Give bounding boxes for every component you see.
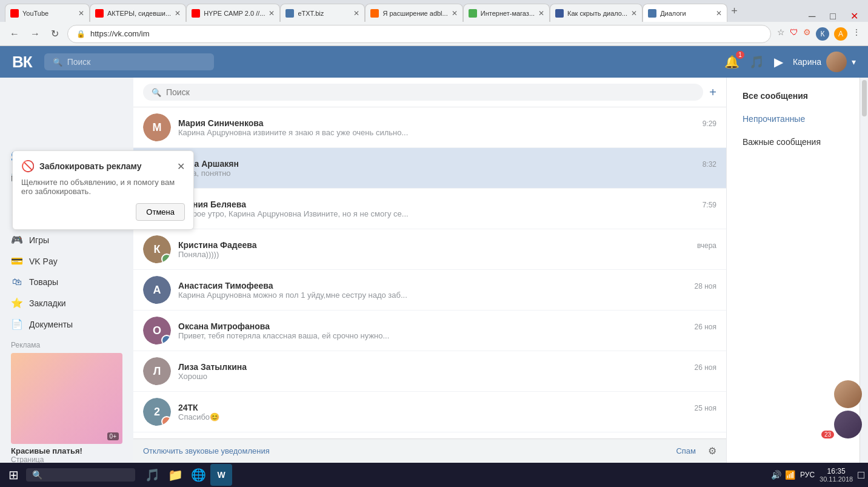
messages-search-input[interactable] [166, 87, 695, 97]
msg-content-2: Ксения Беляева 7:59 Доброе утро, Карина … [178, 200, 716, 218]
vk-logo[interactable]: ВК [12, 53, 32, 72]
filter-all-messages[interactable]: Все сообщения [732, 85, 855, 107]
new-tab-button[interactable]: + [727, 5, 741, 18]
close-button[interactable]: ✕ [846, 10, 863, 22]
minimize-button[interactable]: ─ [804, 11, 820, 22]
msg-item-8[interactable]: М Мирослава Мантурова 23 ноя [133, 432, 726, 438]
taskbar-date-display: 30.11.2018 [820, 475, 853, 483]
tab-close-3[interactable]: ✕ [269, 9, 275, 18]
filter-unread[interactable]: Непрочитанные [732, 108, 855, 130]
extension-icon-3[interactable]: A [834, 27, 847, 41]
taskbar-app-word[interactable]: W [210, 464, 232, 486]
tab-5[interactable]: Я расширение adbl... ✕ [365, 4, 462, 22]
msg-content-4: Анастасия Тимофеева 28 ноя Карина Арцрун… [178, 281, 716, 300]
user-profile-icon[interactable]: К [816, 27, 829, 41]
taskbar-app-music[interactable]: 🎵 [141, 464, 163, 486]
ad-block-cancel-button[interactable]: Отмена [136, 203, 185, 221]
sidebar-item-vkpay[interactable]: 💳 VK Pay [0, 250, 133, 272]
vk-search-input[interactable] [67, 57, 189, 67]
bookmark-icon[interactable]: ☆ [777, 27, 785, 41]
new-message-button[interactable]: + [709, 86, 716, 99]
extension-icon-2[interactable]: ⚙ [803, 27, 811, 41]
msg-item-7[interactable]: 2 24ТК 25 ноя Спасибо😊 [133, 392, 726, 432]
forward-button[interactable]: → [28, 26, 42, 42]
tab-7[interactable]: Как скрыть диало... ✕ [550, 4, 643, 22]
tab-favicon-7 [555, 9, 564, 18]
spam-link[interactable]: Спам [676, 446, 696, 455]
floating-badge: 23 [821, 431, 834, 438]
sub-avatar-5 [161, 335, 171, 344]
msg-preview-6: Хорошо [178, 372, 716, 381]
games-icon: 🎮 [11, 234, 23, 246]
settings-gear-icon[interactable]: ⚙ [708, 445, 716, 457]
taskbar-app-folder[interactable]: 📁 [164, 464, 186, 486]
tab-4[interactable]: eTXT.biz ✕ [280, 4, 365, 22]
sidebar-label-docs: Документы [29, 320, 73, 329]
taskbar-right: 🔊 📶 РУС 16:35 30.11.2018 □ [771, 467, 864, 483]
start-button[interactable]: ⊞ [4, 465, 24, 485]
floating-avatar-2[interactable] [834, 411, 862, 438]
msg-item-6[interactable]: Л Лиза Затылкина 26 ноя Хорошо [133, 351, 726, 392]
video-button[interactable]: ▶ [774, 55, 783, 69]
message-list: М Мария Синиченкова 9:29 Карина Арцрунов… [133, 107, 726, 438]
back-button[interactable]: ← [7, 26, 22, 42]
tab-close-7[interactable]: ✕ [631, 9, 637, 18]
taskbar-app-chrome[interactable]: 🌐 [187, 464, 209, 486]
tab-dialogi[interactable]: Диалоги ✕ [643, 4, 727, 22]
sidebar-item-docs[interactable]: 📄 Документы [0, 314, 133, 335]
msg-preview-3: Поняла))))) [178, 250, 716, 259]
tab-favicon-youtube [10, 9, 19, 18]
sidebar-label-vkpay: VK Pay [29, 257, 58, 266]
msg-item-4[interactable]: А Анастасия Тимофеева 28 ноя Карина Арцр… [133, 270, 726, 311]
tab-3[interactable]: HYPE CAMP 2.0 //... ✕ [186, 4, 280, 22]
tab-close-2[interactable]: ✕ [175, 9, 181, 18]
ad-block-close-button[interactable]: ✕ [177, 161, 185, 172]
vk-search-box[interactable]: 🔍 [44, 53, 214, 70]
music-button[interactable]: 🎵 [749, 55, 764, 69]
maximize-button[interactable]: □ [825, 11, 841, 22]
avatar-4: А [143, 276, 171, 304]
messages-search-box[interactable]: 🔍 [143, 84, 703, 101]
tab-favicon-3 [192, 9, 200, 18]
msg-item-2[interactable]: К Ксения Беляева 7:59 Доброе утро, Карин… [133, 189, 726, 229]
tab-close-5[interactable]: ✕ [452, 9, 458, 18]
tab-close-4[interactable]: ✕ [353, 9, 359, 18]
url-box[interactable]: 🔒 https://vk.com/im [67, 25, 771, 43]
extension-icon-1[interactable]: 🛡 [790, 27, 798, 41]
tab-6[interactable]: Интернет-магаз... ✕ [463, 4, 550, 22]
sidebar-item-games[interactable]: 🎮 Игры [0, 229, 133, 250]
msg-preview-1: Аааа, понятно [178, 169, 716, 178]
user-menu[interactable]: Карина ▾ [793, 52, 856, 72]
scrollbar[interactable] [860, 78, 868, 463]
msg-item-1[interactable]: Л Лара Аршакян 8:32 Аааа, понятно [133, 148, 726, 189]
taskbar-clock: 16:35 30.11.2018 [820, 467, 853, 483]
msg-preview-2: Доброе утро, Карина Арцруновна Извините,… [178, 209, 716, 218]
msg-item-5[interactable]: О Оксана Митрофанова 26 ноя Привет, тебя… [133, 311, 726, 351]
tab-title-5: Я расширение adbl... [382, 10, 447, 17]
tab-youtube[interactable]: YouTube ✕ [5, 4, 90, 22]
floating-avatar-1[interactable] [834, 380, 862, 408]
tab-close-6[interactable]: ✕ [538, 9, 544, 18]
sidebar-item-shop[interactable]: 🛍 Товары [0, 272, 133, 292]
tab-close-dialogi[interactable]: ✕ [716, 9, 722, 18]
mute-notifications-link[interactable]: Отключить звуковые уведомления [143, 446, 270, 455]
msg-name-4: Анастасия Тимофеева [178, 281, 273, 291]
menu-icon[interactable]: ⋮ [852, 27, 861, 41]
ad-image[interactable]: 0+ [11, 353, 122, 444]
filter-important[interactable]: Важные сообщения [732, 131, 855, 153]
taskbar-show-desktop[interactable]: □ [858, 469, 864, 482]
sidebar-item-bookmarks[interactable]: ⭐ Закладки [0, 292, 133, 314]
taskbar-search[interactable]: 🔍 [26, 468, 135, 482]
msg-item-0[interactable]: М Мария Синиченкова 9:29 Карина Арцрунов… [133, 107, 726, 148]
refresh-button[interactable]: ↻ [48, 25, 61, 42]
msg-content-1: Лара Аршакян 8:32 Аааа, понятно [178, 159, 716, 178]
msg-content-6: Лиза Затылкина 26 ноя Хорошо [178, 362, 716, 381]
sidebar-label-shop: Товары [29, 277, 58, 287]
window-controls: ─ □ ✕ [804, 10, 863, 22]
user-dropdown-icon[interactable]: ▾ [852, 57, 856, 67]
user-avatar[interactable] [826, 52, 847, 72]
tab-close-youtube[interactable]: ✕ [78, 9, 84, 18]
msg-item-3[interactable]: К Кристина Фадеева вчера Поняла))))) [133, 229, 726, 270]
tab-2[interactable]: АКТЕРЫ, сидевши... ✕ [90, 4, 186, 22]
notifications-button[interactable]: 🔔 1 [724, 55, 739, 69]
